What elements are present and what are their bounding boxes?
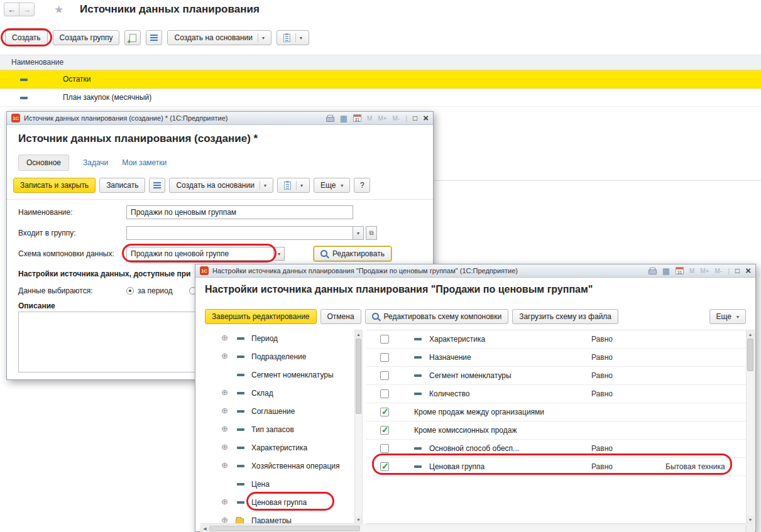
condition-row[interactable]: КоличествоРавно (366, 385, 746, 403)
maximize-icon[interactable]: □ (735, 266, 740, 275)
condition-row[interactable]: ХарактеристикаРавно (366, 330, 746, 349)
settings-dialog-titlebar[interactable]: 1С Настройки источника данных планирован… (195, 264, 755, 278)
favorite-star-icon[interactable]: ★ (54, 3, 63, 16)
spreadsheet-icon[interactable]: ▦ (340, 114, 348, 122)
tree-item-price[interactable]: ⊕Цена (200, 475, 354, 494)
reports-menu-button[interactable]: ▾ (277, 178, 310, 193)
condition-checkbox[interactable] (380, 462, 389, 471)
list-settings-button[interactable] (146, 30, 162, 45)
scrollbar-thumb[interactable] (356, 339, 361, 414)
expand-icon[interactable]: ⊕ (221, 443, 228, 451)
create-dialog-titlebar[interactable]: 1С Источник данных планирования (создани… (7, 112, 433, 125)
condition-row-price-group[interactable]: Ценовая группаРавноБытовая техника (366, 458, 746, 476)
expand-icon[interactable]: ⊕ (221, 425, 228, 433)
scrollbar-thumb[interactable] (209, 526, 360, 531)
expand-icon[interactable]: ⊕ (221, 406, 228, 415)
print-icon[interactable] (649, 268, 657, 274)
column-header-name[interactable]: Наименование (0, 55, 761, 70)
load-schema-button[interactable]: Загрузить схему из файла (512, 309, 618, 324)
forward-button[interactable]: → (19, 3, 35, 16)
create-group-button[interactable]: Создать группу (53, 30, 120, 45)
condition-row[interactable]: Сегмент номенклатурыРавно (366, 367, 746, 385)
memory-plus-button[interactable]: M+ (378, 115, 386, 122)
schema-dropdown-button[interactable]: ▾ (273, 247, 285, 261)
spreadsheet-icon[interactable]: ▦ (662, 267, 670, 275)
scroll-down-icon[interactable]: ▼ (747, 516, 754, 523)
condition-checkbox[interactable] (380, 408, 389, 416)
condition-row[interactable]: Кроме продаж между организациями (366, 403, 746, 421)
scrollbar-thumb[interactable] (747, 339, 753, 371)
condition-checkbox[interactable] (380, 426, 389, 435)
name-field[interactable]: Продажи по ценовым группам (126, 205, 353, 219)
scroll-down-icon[interactable]: ▼ (355, 516, 362, 523)
list-settings-button[interactable] (149, 178, 165, 193)
create-based-on-button[interactable]: Создать на основании▾ (169, 178, 273, 193)
tree-item-parameters[interactable]: ⊕Параметры (200, 512, 354, 524)
scroll-up-icon[interactable]: ▲ (355, 330, 362, 338)
back-button[interactable]: ← (4, 3, 19, 16)
maximize-icon[interactable]: □ (413, 114, 417, 122)
memory-m-button[interactable]: M (367, 115, 372, 122)
tab-tasks[interactable]: Задачи (83, 158, 108, 167)
condition-row[interactable]: Основной способ обесп...Равно (366, 440, 746, 458)
expand-icon[interactable]: ⊕ (221, 461, 228, 469)
tree-item-characteristic[interactable]: ⊕Характеристика (200, 439, 354, 457)
edit-schema-button[interactable]: Редактировать (314, 246, 391, 261)
condition-checkbox[interactable] (380, 444, 389, 453)
print-icon[interactable] (326, 115, 334, 122)
reports-menu-button[interactable]: ▾ (276, 30, 309, 45)
calendar-icon[interactable] (676, 267, 684, 274)
scroll-up-icon[interactable]: ▲ (747, 330, 754, 338)
memory-m-button[interactable]: M (689, 268, 694, 274)
save-and-close-button[interactable]: Записать и закрыть (13, 178, 96, 193)
group-open-button[interactable]: ⧉ (366, 226, 377, 240)
tree-item-department[interactable]: ⊕Подразделение (200, 348, 354, 366)
condition-checkbox[interactable] (380, 353, 389, 362)
expand-icon[interactable]: ⊕ (221, 516, 228, 524)
close-icon[interactable]: × (423, 114, 429, 122)
condition-checkbox[interactable] (380, 335, 389, 344)
condition-checkbox[interactable] (380, 389, 389, 398)
tree-item-warehouse[interactable]: ⊕Склад (200, 384, 354, 403)
save-button[interactable]: Записать (99, 178, 145, 193)
create-based-on-button[interactable]: Создать на основании▾ (167, 30, 271, 45)
condition-row[interactable]: НазначениеРавно (366, 349, 746, 367)
tree-item-price-group[interactable]: ⊕Ценовая группа (200, 494, 354, 512)
tree-item-period[interactable]: ⊕Период (200, 330, 354, 348)
close-icon[interactable]: × (745, 267, 751, 274)
condition-checkbox[interactable] (380, 371, 389, 380)
expand-icon[interactable]: ⊕ (221, 388, 228, 396)
group-field[interactable] (126, 226, 353, 240)
tree-item-segment[interactable]: ⊕Сегмент номенклатуры (200, 366, 354, 384)
tree-item-stock-type[interactable]: ⊕Тип запасов (200, 421, 354, 439)
horizontal-scrollbar[interactable]: ◀ (200, 524, 746, 532)
memory-plus-button[interactable]: M+ (700, 268, 709, 274)
create-button[interactable]: Создать (5, 30, 48, 45)
expand-icon[interactable]: ⊕ (221, 334, 228, 342)
finish-editing-button[interactable]: Завершить редактирование (205, 309, 317, 324)
edit-schema-button[interactable]: Редактировать схему компоновки (365, 309, 509, 324)
more-button[interactable]: Еще▾ (314, 178, 350, 193)
tree-scrollbar[interactable]: ▲ ▼ (354, 330, 363, 524)
tab-main[interactable]: Основное (18, 155, 69, 171)
memory-minus-button[interactable]: M- (392, 115, 400, 122)
calendar-icon[interactable] (353, 114, 361, 122)
memory-minus-button[interactable]: M- (714, 268, 722, 274)
radio-period[interactable] (126, 287, 134, 295)
schema-field[interactable]: Продажи по ценовой группе (126, 247, 274, 261)
help-button[interactable]: ? (354, 178, 370, 193)
cancel-button[interactable]: Отмена (320, 309, 361, 324)
group-dropdown-button[interactable]: ▾ (353, 226, 364, 240)
expand-icon[interactable]: ⊕ (221, 352, 228, 360)
table-row[interactable]: План закупок (месячный) (0, 89, 761, 107)
more-button[interactable]: Еще▾ (709, 309, 746, 324)
table-row[interactable]: Остатки (0, 70, 761, 89)
expand-icon[interactable]: ⊕ (221, 497, 228, 506)
copy-button[interactable] (124, 30, 141, 45)
tree-item-agreement[interactable]: ⊕Соглашение (200, 403, 354, 421)
scroll-left-icon[interactable]: ◀ (201, 525, 209, 532)
conditions-scrollbar[interactable]: ▲ ▼ (746, 330, 755, 524)
tab-notes[interactable]: Мои заметки (122, 158, 167, 167)
condition-row[interactable]: Кроме комиссионных продаж (366, 421, 746, 440)
tree-item-business-operation[interactable]: ⊕Хозяйственная операция (200, 457, 354, 475)
